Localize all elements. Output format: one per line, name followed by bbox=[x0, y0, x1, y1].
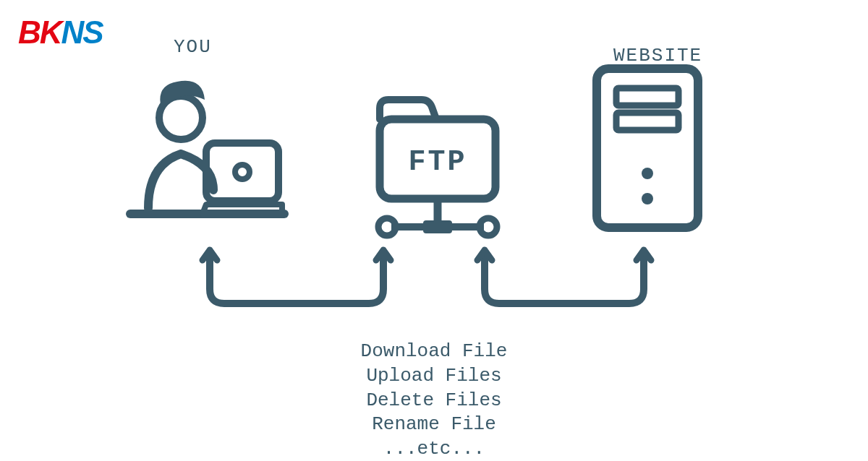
svg-point-2 bbox=[235, 165, 250, 179]
operation-delete: Delete Files bbox=[0, 389, 868, 413]
svg-point-9 bbox=[480, 218, 497, 236]
ftp-text: FTP bbox=[408, 146, 467, 178]
svg-point-13 bbox=[642, 168, 653, 179]
person-laptop-icon bbox=[119, 64, 293, 233]
operation-upload: Upload Files bbox=[0, 364, 868, 389]
ftp-diagram: YOU WEBSITE FTP bbox=[0, 29, 868, 332]
you-label: YOU bbox=[174, 36, 212, 58]
svg-point-14 bbox=[642, 193, 653, 204]
ftp-folder-icon: FTP bbox=[365, 94, 510, 256]
operation-rename: Rename File bbox=[0, 413, 868, 437]
svg-rect-12 bbox=[616, 113, 678, 130]
svg-rect-11 bbox=[616, 88, 678, 105]
server-tower-icon bbox=[586, 58, 709, 241]
operation-download: Download File bbox=[0, 340, 868, 364]
operation-etc: ...etc... bbox=[0, 437, 868, 461]
svg-point-8 bbox=[378, 218, 396, 236]
operations-list: Download File Upload Files Delete Files … bbox=[0, 340, 868, 461]
flow-arrows bbox=[130, 246, 709, 335]
